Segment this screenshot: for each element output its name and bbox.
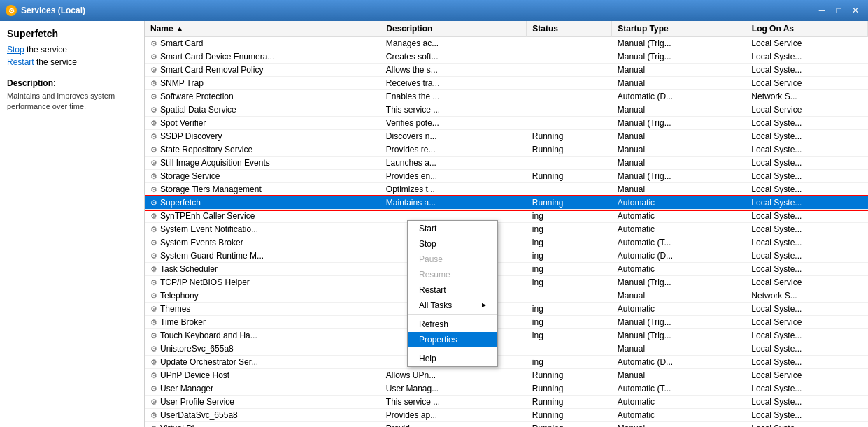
table-row[interactable]: ⚙System Guard Runtime M...ingAutomatic (… (145, 249, 868, 263)
table-row[interactable]: ⚙Smart Card Device Enumera...Creates sof… (145, 50, 868, 64)
cell-description: Receives tra... (380, 77, 527, 90)
cell-name: ⚙TCP/IP NetBIOS Helper (145, 276, 380, 289)
context-menu-item-all-tasks[interactable]: All Tasks (408, 298, 497, 313)
cell-logon: Local Syste... (746, 396, 867, 409)
cell-status: ing (527, 210, 612, 223)
cell-logon: Local Service (746, 316, 867, 329)
table-row[interactable]: ⚙SuperfetchMaintains a...RunningAutomati… (145, 196, 868, 210)
context-menu-item-pause: Pause (408, 252, 497, 267)
cell-startup: Manual (612, 143, 746, 157)
cell-logon: Local Syste... (746, 130, 867, 143)
service-icon: ⚙ (150, 185, 157, 194)
cell-logon: Local Syste... (746, 117, 867, 130)
table-row[interactable]: ⚙UnistoreSvc_655a8ManualLocal Syste... (145, 342, 868, 356)
cell-name: ⚙Task Scheduler (145, 263, 380, 276)
table-row[interactable]: ⚙SSDP DiscoveryDiscovers n...RunningManu… (145, 130, 868, 143)
cell-status: Running (527, 130, 612, 143)
cell-name: ⚙Storage Service (145, 170, 380, 183)
table-row[interactable]: ⚙ThemesingAutomaticLocal Syste... (145, 303, 868, 316)
cell-logon: Local Syste... (746, 143, 867, 157)
cell-name: ⚙Spatial Data Service (145, 103, 380, 117)
cell-startup: Manual (Trig... (612, 37, 746, 50)
context-menu-item-start[interactable]: Start (408, 221, 497, 236)
table-row[interactable]: ⚙Still Image Acquisition EventsLaunches … (145, 157, 868, 170)
cell-logon: Local Syste... (746, 249, 867, 263)
table-row[interactable]: ⚙SNMP TrapReceives tra...ManualLocal Ser… (145, 77, 868, 90)
header-logon[interactable]: Log On As (746, 21, 867, 37)
cell-description: This service ... (380, 396, 527, 409)
maximize-button[interactable]: □ (832, 3, 846, 17)
cell-status: ing (527, 249, 612, 263)
table-row[interactable]: ⚙User ManagerUser Manag...RunningAutomat… (145, 382, 868, 396)
cell-status (527, 289, 612, 303)
header-status[interactable]: Status (527, 21, 612, 37)
table-row[interactable]: ⚙Software ProtectionEnables the ...Autom… (145, 90, 868, 103)
context-menu: StartStopPauseResumeRestartAll TasksRefr… (407, 220, 498, 367)
cell-description: Allows UPn... (380, 369, 527, 382)
cell-name: ⚙UserDataSvc_655a8 (145, 409, 380, 422)
service-icon: ⚙ (150, 424, 157, 427)
table-row[interactable]: ⚙TelephonyManualNetwork S... (145, 289, 868, 303)
table-row[interactable]: ⚙Smart CardManages ac...Manual (Trig...L… (145, 37, 868, 50)
minimize-button[interactable]: ─ (815, 3, 829, 17)
context-menu-item-resume: Resume (408, 267, 497, 282)
table-row[interactable]: ⚙Storage Tiers ManagementOptimizes t...M… (145, 183, 868, 196)
table-row[interactable]: ⚙Task ScheduleringAutomaticLocal Syste..… (145, 263, 868, 276)
header-name[interactable]: Name ▲ (145, 21, 380, 37)
context-menu-item-properties[interactable]: Properties (408, 332, 497, 347)
table-row[interactable]: ⚙Update Orchestrator Ser...ingAutomatic … (145, 356, 868, 369)
table-row[interactable]: ⚙Time BrokeringManual (Trig...Local Serv… (145, 316, 868, 329)
cell-description: Verifies pote... (380, 117, 527, 130)
table-row[interactable]: ⚙Spot VerifierVerifies pote...Manual (Tr… (145, 117, 868, 130)
header-startup[interactable]: Startup Type (612, 21, 746, 37)
restart-link[interactable]: Restart (7, 57, 34, 67)
cell-logon: Local Service (746, 103, 867, 117)
table-row[interactable]: ⚙TCP/IP NetBIOS HelperingManual (Trig...… (145, 276, 868, 289)
table-row[interactable]: ⚙UserDataSvc_655a8Provides ap...RunningA… (145, 409, 868, 422)
header-description[interactable]: Description (380, 21, 527, 37)
table-wrapper[interactable]: Name ▲ Description Status Startup Type L… (145, 21, 868, 427)
table-row[interactable]: ⚙System Events BrokeringAutomatic (T...L… (145, 236, 868, 249)
table-row[interactable]: ⚙User Profile ServiceThis service ...Run… (145, 396, 868, 409)
cell-startup: Manual (612, 103, 746, 117)
cell-startup: Manual (612, 369, 746, 382)
cell-startup: Automatic (D... (612, 356, 746, 369)
stop-link[interactable]: Stop (7, 45, 24, 55)
cell-name: ⚙System Guard Runtime M... (145, 249, 380, 263)
table-row[interactable]: ⚙Virtual Di...Provid...RunningManualLoca… (145, 422, 868, 428)
right-panel: Name ▲ Description Status Startup Type L… (145, 21, 868, 427)
close-button[interactable]: ✕ (848, 3, 862, 17)
table-row[interactable]: ⚙System Event Notificatio...ingAutomatic… (145, 223, 868, 236)
description-label: Description: (7, 78, 137, 88)
context-menu-item-refresh[interactable]: Refresh (408, 317, 497, 332)
table-row[interactable]: ⚙SynTPEnh Caller ServiceingAutomaticLoca… (145, 210, 868, 223)
context-menu-item-help[interactable]: Help (408, 351, 497, 366)
cell-name: ⚙UnistoreSvc_655a8 (145, 342, 380, 356)
context-menu-separator (408, 349, 497, 349)
stop-action: Stop the service (7, 45, 137, 55)
cell-logon: Local Service (746, 37, 867, 50)
table-row[interactable]: ⚙UPnP Device HostAllows UPn...RunningMan… (145, 369, 868, 382)
cell-description: Provides en... (380, 170, 527, 183)
table-row[interactable]: ⚙Touch Keyboard and Ha...ingManual (Trig… (145, 329, 868, 342)
service-icon: ⚙ (150, 345, 157, 353)
cell-description: Manages ac... (380, 37, 527, 50)
service-icon: ⚙ (150, 119, 157, 127)
context-menu-item-restart[interactable]: Restart (408, 282, 497, 298)
table-row[interactable]: ⚙Spatial Data ServiceThis service ...Man… (145, 103, 868, 117)
service-icon: ⚙ (150, 92, 157, 101)
main-container: Superfetch Stop the service Restart the … (0, 21, 868, 427)
context-menu-item-stop[interactable]: Stop (408, 236, 497, 252)
cell-description: Discovers n... (380, 130, 527, 143)
table-row[interactable]: ⚙Smart Card Removal PolicyAllows the s..… (145, 64, 868, 77)
cell-name: ⚙User Profile Service (145, 396, 380, 409)
service-icon: ⚙ (150, 358, 157, 366)
cell-description: Allows the s... (380, 64, 527, 77)
cell-name: ⚙SNMP Trap (145, 77, 380, 90)
table-row[interactable]: ⚙Storage ServiceProvides en...RunningMan… (145, 170, 868, 183)
cell-status: Running (527, 196, 612, 210)
cell-status (527, 77, 612, 90)
table-row[interactable]: ⚙State Repository ServiceProvides re...R… (145, 143, 868, 157)
cell-logon: Local Syste... (746, 196, 867, 210)
service-icon: ⚙ (150, 198, 157, 207)
